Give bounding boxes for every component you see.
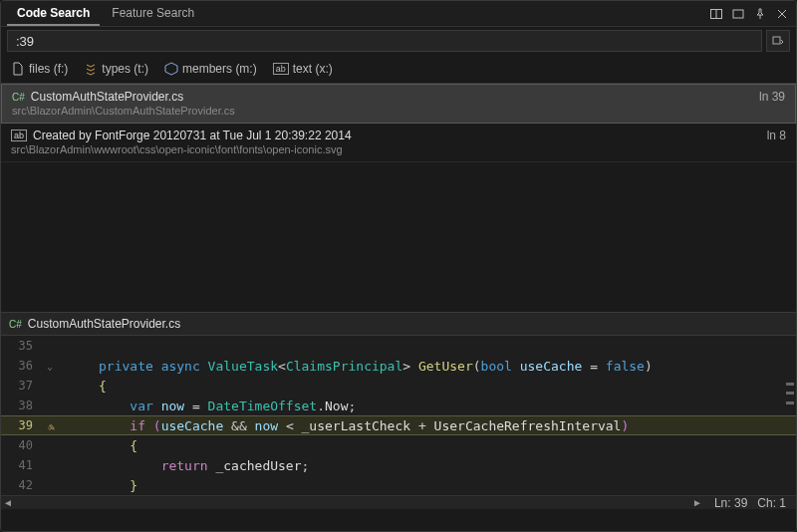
csharp-icon: C# [12,92,25,103]
status-char: Ch: 1 [757,496,786,510]
line-number: 37 [1,379,41,393]
filter-files-label: files (f:) [29,62,68,76]
filter-text[interactable]: ab text (x:) [273,62,333,76]
types-icon [84,62,98,76]
code-line[interactable]: 38 var now = DateTimeOffset.Now; [1,396,796,415]
result-item[interactable]: ab Created by FontForge 20120731 at Tue … [1,124,796,162]
filter-types[interactable]: types (t:) [84,62,148,76]
status-line: Ln: 39 [714,496,747,510]
window-close-icon[interactable] [774,6,790,22]
filter-text-label: text (x:) [293,62,333,76]
code-text: } [99,478,796,493]
code-text: var now = DateTimeOffset.Now; [99,399,796,413]
edit-indicator-icon: ✎ [49,421,55,432]
code-line[interactable]: 36⌄private async ValueTask<ClaimsPrincip… [1,356,796,376]
scroll-left-icon[interactable]: ◄ [1,497,15,508]
code-line[interactable]: 41 return _cachedUser; [1,455,796,475]
svg-rect-2 [733,10,743,18]
text-file-icon: ab [11,130,27,141]
fold-toggle[interactable]: ⌄ [41,361,59,372]
filter-members-label: members (m:) [182,62,257,76]
text-icon: ab [273,63,289,75]
result-path: src\BlazorAdmin\wwwroot\css\open-iconic\… [11,143,786,155]
result-line-info: ln 39 [759,90,785,104]
result-path: src\BlazorAdmin\CustomAuthStateProvider.… [12,105,785,117]
line-number: 35 [1,339,41,353]
horizontal-scrollbar[interactable]: ◄ ► Ln: 39 Ch: 1 [1,495,796,509]
code-text: if (useCache && now < _userLastCheck + U… [99,418,796,433]
code-text: { [99,438,796,453]
filter-types-label: types (t:) [102,62,148,76]
search-input[interactable] [7,30,762,52]
svg-rect-3 [773,37,780,44]
line-number: 39✎ [1,418,41,432]
filter-files[interactable]: files (f:) [11,62,68,76]
code-line[interactable]: 35 [1,336,796,356]
line-number: 36 [1,359,41,373]
line-number: 41 [1,458,41,472]
scroll-track[interactable] [15,498,690,508]
tab-feature-search[interactable]: Feature Search [102,2,204,26]
titlebar: Code Search Feature Search [1,1,796,27]
code-line[interactable]: 42 } [1,475,796,495]
line-number: 42 [1,478,41,492]
window-pin-icon[interactable] [752,6,768,22]
code-text: private async ValueTask<ClaimsPrincipal>… [99,359,796,374]
result-title: CustomAuthStateProvider.cs [31,90,183,104]
code-text: return _cachedUser; [99,458,796,473]
preview-header: C# CustomAuthStateProvider.cs [1,312,796,336]
window-layout-icon[interactable] [708,6,724,22]
csharp-icon: C# [9,319,22,330]
overview-ruler[interactable] [784,336,794,491]
tab-code-search[interactable]: Code Search [7,2,100,26]
search-row [1,27,796,55]
status-bar [1,523,796,531]
code-line[interactable]: 37{ [1,376,796,396]
window-maximize-icon[interactable] [730,6,746,22]
search-options-dropdown[interactable] [766,30,790,52]
code-text: { [99,379,796,394]
code-line[interactable]: 39✎⌄ if (useCache && now < _userLastChec… [1,415,796,435]
file-icon [11,62,25,76]
results-list: C# CustomAuthStateProvider.cs ln 39 src\… [1,83,796,162]
result-line-info: ln 8 [767,129,786,142]
members-icon [164,62,178,76]
preview-filename: CustomAuthStateProvider.cs [28,317,180,331]
code-preview[interactable]: 3536⌄private async ValueTask<ClaimsPrinc… [1,336,796,509]
line-number: 38 [1,399,41,412]
filter-row: files (f:) types (t:) members (m:) ab te… [1,55,796,83]
line-number: 40 [1,438,41,452]
scroll-right-icon[interactable]: ► [690,497,704,508]
filter-members[interactable]: members (m:) [164,62,257,76]
code-line[interactable]: 40 { [1,435,796,455]
result-title: Created by FontForge 20120731 at Tue Jul… [33,129,352,142]
result-item[interactable]: C# CustomAuthStateProvider.cs ln 39 src\… [1,84,796,124]
